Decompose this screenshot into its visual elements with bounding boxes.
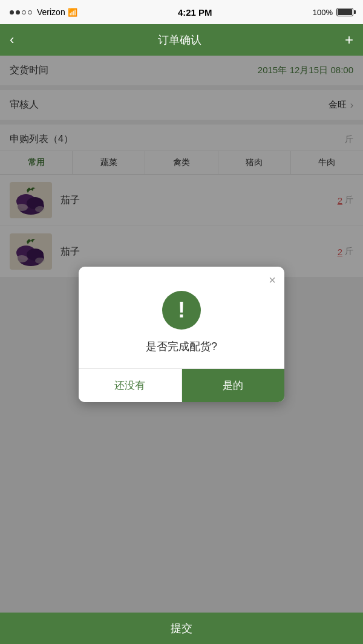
nav-bar: ‹ 订单确认 + [0,24,363,56]
dialog-close-row: × [79,267,284,286]
submit-button[interactable]: 提交 [171,621,192,636]
carrier-label: Verizon [37,7,65,17]
status-time: 4:21 PM [178,7,212,18]
add-button[interactable]: + [345,31,353,48]
signal-dots [10,10,32,15]
dot3 [22,10,26,15]
bottom-bar: 提交 [0,613,363,644]
status-left: Verizon 📶 [10,7,77,17]
dialog-icon-row: ! [79,286,284,339]
confirmation-dialog: × ! 是否完成配货? 还没有 是的 [79,267,284,402]
dot1 [10,10,14,15]
dialog-overlay: × ! 是否完成配货? 还没有 是的 [0,56,363,613]
back-button[interactable]: ‹ [10,32,14,48]
dialog-close-button[interactable]: × [269,274,276,286]
status-bar: Verizon 📶 4:21 PM 100% [0,0,363,24]
battery-icon [336,8,353,16]
nav-title: 订单确认 [158,33,201,47]
dot4 [28,10,32,15]
wifi-icon: 📶 [68,8,77,17]
main-content: 交货时间 2015年 12月15日 08:00 审核人 金旺 › 申购列表（4）… [0,56,363,613]
dialog-message: 是否完成配货? [79,339,284,368]
battery-fill [338,9,352,15]
dialog-buttons: 还没有 是的 [79,368,284,402]
confirm-button[interactable]: 是的 [182,369,285,402]
status-right: 100% [313,8,353,17]
battery-percentage: 100% [313,8,333,17]
cancel-button[interactable]: 还没有 [79,369,182,402]
dialog-warning-icon: ! [162,291,201,330]
dot2 [16,10,20,15]
